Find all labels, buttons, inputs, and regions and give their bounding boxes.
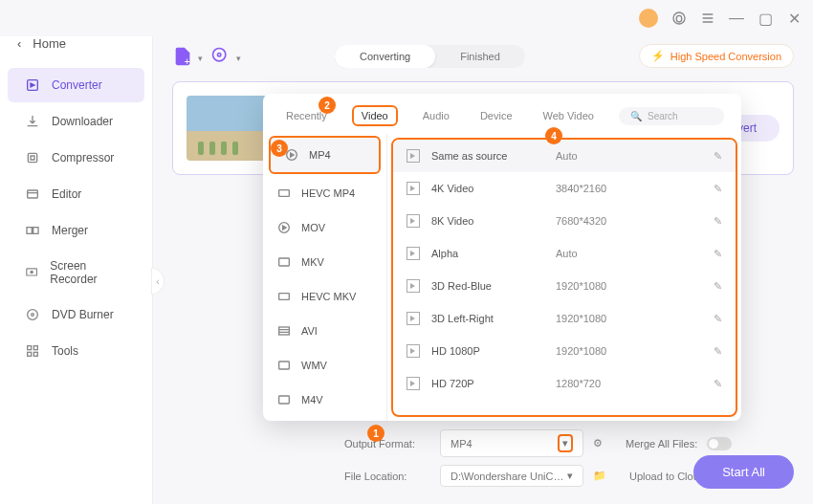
edit-icon[interactable]: ✎ (714, 215, 722, 228)
svg-rect-26 (279, 362, 290, 369)
avatar-icon[interactable] (639, 9, 658, 28)
video-icon (406, 247, 420, 260)
video-icon (406, 149, 420, 163)
svg-rect-25 (279, 327, 290, 335)
chevron-down-icon: ▾ (567, 470, 573, 482)
edit-icon[interactable]: ✎ (714, 150, 722, 163)
format-wmv[interactable]: WMV (263, 348, 386, 383)
edit-icon[interactable]: ✎ (714, 248, 722, 260)
status-segment: Converting Finished (335, 45, 525, 68)
svg-rect-10 (28, 346, 32, 350)
chevron-down-icon: ▾ (558, 434, 573, 452)
settings-icon[interactable]: ⚙ (593, 437, 603, 449)
output-format-label: Output Format: (344, 438, 430, 449)
menu-icon[interactable] (700, 11, 715, 26)
svg-text:+: + (185, 56, 190, 67)
resolution-3d-left-right[interactable]: 3D Left-Right1920*1080✎ (393, 302, 736, 335)
close-icon[interactable]: ✕ (786, 11, 802, 26)
svg-point-16 (218, 53, 221, 55)
resolution-alpha[interactable]: AlphaAuto✎ (393, 237, 736, 270)
video-icon (406, 377, 420, 390)
video-icon (406, 214, 420, 228)
back-label: Home (33, 36, 66, 51)
file-location-select[interactable]: D:\Wondershare UniConverter 1▾ (440, 465, 583, 487)
resolution-list: Same as sourceAuto✎ 4K Video3840*2160✎ 8… (391, 138, 737, 417)
format-mov[interactable]: MOV (263, 210, 386, 245)
edit-icon[interactable]: ✎ (714, 345, 722, 358)
sidebar-item-screen-recorder[interactable]: Screen Recorder (8, 250, 144, 296)
svg-rect-24 (279, 294, 290, 300)
video-icon (406, 312, 420, 325)
format-avi[interactable]: AVI (263, 314, 386, 348)
add-dvd-button[interactable]: ▾ (210, 46, 231, 67)
segment-converting[interactable]: Converting (335, 45, 435, 68)
format-m4v[interactable]: M4V (263, 383, 386, 417)
popup-tab-device[interactable]: Device (474, 107, 518, 124)
edit-icon[interactable]: ✎ (714, 183, 722, 195)
bolt-icon: ⚡ (651, 50, 665, 62)
file-location-label: File Location: (344, 471, 430, 482)
merge-toggle[interactable] (707, 437, 732, 450)
sidebar-item-editor[interactable]: Editor (8, 177, 144, 211)
svg-rect-5 (33, 228, 38, 234)
svg-point-15 (213, 48, 226, 60)
sidebar-item-downloader[interactable]: Downloader (8, 104, 144, 139)
step-badge-2: 2 (319, 97, 336, 114)
step-badge-3: 3 (271, 140, 288, 157)
svg-point-9 (32, 314, 34, 317)
edit-icon[interactable]: ✎ (714, 378, 722, 390)
video-icon (406, 182, 420, 195)
high-speed-toggle[interactable]: ⚡High Speed Conversion (639, 44, 794, 68)
svg-rect-21 (279, 190, 290, 197)
svg-rect-12 (28, 352, 32, 356)
video-icon (406, 344, 420, 358)
edit-icon[interactable]: ✎ (714, 280, 722, 293)
step-badge-4: 4 (545, 127, 562, 144)
output-format-select[interactable]: MP4▾ (440, 429, 583, 457)
format-mkv[interactable]: MKV (263, 245, 386, 279)
sidebar: ‹ Home Converter Downloader Compressor E… (0, 36, 153, 504)
svg-rect-3 (28, 190, 38, 198)
merge-label: Merge All Files: (626, 438, 697, 449)
popup-tab-audio[interactable]: Audio (417, 107, 455, 124)
resolution-3d-red-blue[interactable]: 3D Red-Blue1920*1080✎ (393, 270, 736, 302)
svg-point-7 (31, 271, 33, 273)
svg-rect-4 (27, 228, 32, 234)
start-all-button[interactable]: Start All (693, 455, 794, 489)
minimize-icon[interactable]: — (729, 11, 744, 26)
segment-finished[interactable]: Finished (435, 45, 525, 68)
resolution-hd-1080p[interactable]: HD 1080P1920*1080✎ (393, 335, 736, 367)
back-button[interactable]: ‹ Home (0, 36, 152, 66)
sidebar-item-compressor[interactable]: Compressor (8, 141, 144, 175)
popup-tab-video[interactable]: Video (352, 105, 398, 126)
svg-rect-13 (33, 352, 37, 356)
format-search-input[interactable]: 🔍Search (619, 107, 724, 125)
support-icon[interactable] (671, 11, 687, 26)
resolution-4k[interactable]: 4K Video3840*2160✎ (393, 172, 736, 205)
svg-rect-2 (28, 153, 36, 162)
sidebar-item-merger[interactable]: Merger (8, 213, 144, 248)
svg-rect-27 (279, 396, 290, 404)
resolution-8k[interactable]: 8K Video7680*4320✎ (393, 205, 736, 237)
sidebar-item-tools[interactable]: Tools (8, 334, 144, 368)
edit-icon[interactable]: ✎ (714, 313, 722, 325)
format-list: MP4 HEVC MP4 MOV MKV HEVC MKV AVI WMV M4… (263, 134, 387, 421)
resolution-hd-720p[interactable]: HD 720P1280*720✎ (393, 367, 736, 400)
svg-point-8 (28, 310, 38, 320)
sidebar-item-converter[interactable]: Converter (8, 68, 144, 102)
format-hevc-mp4[interactable]: HEVC MP4 (263, 176, 386, 210)
chevron-left-icon: ‹ (17, 36, 21, 51)
format-popup: Recently Video Audio Device Web Video 🔍S… (263, 94, 741, 421)
svg-rect-23 (279, 258, 290, 266)
maximize-icon[interactable]: ▢ (758, 11, 773, 26)
folder-icon[interactable]: 📁 (593, 470, 606, 482)
step-badge-1: 1 (367, 425, 385, 442)
format-hevc-mkv[interactable]: HEVC MKV (263, 279, 386, 314)
video-icon (406, 279, 420, 293)
popup-tab-web-video[interactable]: Web Video (538, 107, 600, 124)
resolution-same-as-source[interactable]: Same as sourceAuto✎ (393, 140, 736, 172)
search-icon: 🔍 (630, 111, 642, 121)
sidebar-item-dvd-burner[interactable]: DVD Burner (8, 297, 144, 332)
svg-rect-11 (33, 346, 37, 350)
add-file-button[interactable]: +▾ (172, 46, 193, 67)
